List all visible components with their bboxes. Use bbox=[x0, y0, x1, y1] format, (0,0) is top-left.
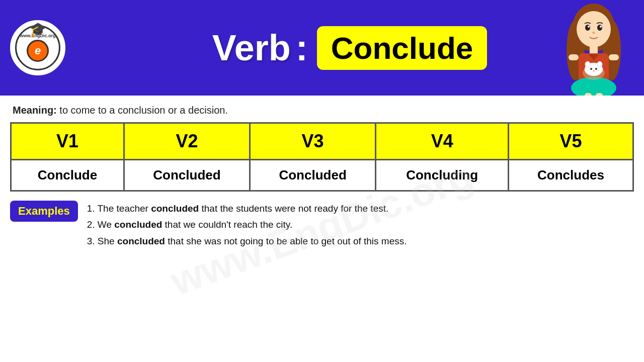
logo-e-letter: e bbox=[35, 44, 41, 57]
v5-value: Concludes bbox=[509, 160, 633, 191]
svg-point-7 bbox=[600, 26, 602, 28]
logo-inner: 🎓 www.EngDic.org e bbox=[15, 25, 60, 70]
table-header-row: V1 V2 V3 V4 V5 bbox=[11, 123, 633, 160]
colon-separator: : bbox=[296, 27, 308, 68]
v1-value: Conclude bbox=[11, 160, 124, 191]
meaning-section: Meaning: to come to a conclusion or a de… bbox=[0, 96, 644, 122]
svg-point-3 bbox=[577, 11, 611, 47]
svg-point-21 bbox=[593, 70, 595, 72]
word-badge: Conclude bbox=[317, 26, 487, 70]
col-v2: V2 bbox=[124, 123, 250, 160]
svg-rect-14 bbox=[609, 54, 619, 60]
v3-value: Concluded bbox=[250, 160, 376, 191]
svg-point-4 bbox=[585, 25, 590, 31]
examples-section: Examples 1. The teacher concluded that t… bbox=[0, 192, 644, 254]
examples-list: 1. The teacher concluded that the studen… bbox=[87, 201, 407, 249]
examples-badge: Examples bbox=[10, 201, 78, 222]
col-v3: V3 bbox=[250, 123, 376, 160]
graduation-hat-icon: 🎓 bbox=[29, 25, 47, 38]
svg-point-20 bbox=[595, 68, 597, 70]
character-illustration bbox=[548, 0, 639, 96]
svg-point-17 bbox=[585, 61, 590, 67]
header-banner: 🎓 www.EngDic.org e Verb : Conclude bbox=[0, 0, 644, 96]
svg-point-18 bbox=[597, 61, 602, 67]
example-1: 1. The teacher concluded that the studen… bbox=[87, 201, 407, 217]
meaning-label: Meaning: bbox=[13, 105, 57, 116]
svg-rect-9 bbox=[590, 45, 598, 54]
svg-rect-12 bbox=[579, 83, 609, 93]
svg-point-5 bbox=[597, 25, 602, 31]
logo-circle: 🎓 www.EngDic.org e bbox=[10, 20, 65, 75]
character-svg bbox=[553, 0, 634, 96]
content-area: www.EngDic.org Meaning: to come to a con… bbox=[0, 96, 644, 362]
example-2: 2. We concluded that we couldn't reach t… bbox=[87, 217, 407, 233]
col-v5: V5 bbox=[509, 123, 633, 160]
verb-label: Verb bbox=[212, 27, 291, 68]
table-data-row: Conclude Concluded Concluded Concluding … bbox=[11, 160, 633, 191]
logo-e-badge: e bbox=[27, 40, 49, 62]
verb-forms-table: V1 V2 V3 V4 V5 Conclude Concluded Conclu… bbox=[10, 122, 634, 192]
svg-rect-13 bbox=[569, 54, 579, 60]
page-wrapper: 🎓 www.EngDic.org e Verb : Conclude bbox=[0, 0, 644, 362]
examples-label: Examples bbox=[18, 205, 70, 217]
main-word: Conclude bbox=[331, 30, 473, 66]
example-3: 3. She concluded that she was not going … bbox=[87, 233, 407, 249]
col-v1: V1 bbox=[11, 123, 124, 160]
col-v4: V4 bbox=[376, 123, 509, 160]
svg-point-8 bbox=[592, 32, 595, 34]
svg-point-19 bbox=[590, 68, 592, 70]
svg-point-6 bbox=[588, 26, 590, 28]
v2-value: Concluded bbox=[124, 160, 250, 191]
v4-value: Concluding bbox=[376, 160, 509, 191]
meaning-text: to come to a conclusion or a decision. bbox=[57, 105, 228, 116]
